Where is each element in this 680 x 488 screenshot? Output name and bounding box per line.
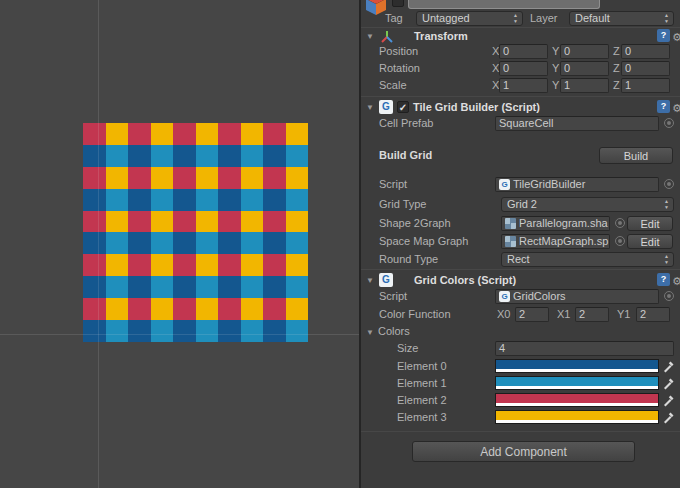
build-button[interactable]: Build	[599, 147, 673, 164]
space-map-object-field[interactable]: RectMapGraph.sp	[501, 234, 610, 249]
tile-cell	[286, 276, 309, 298]
tile-cell	[83, 123, 106, 145]
tile-cell	[241, 232, 264, 254]
x0-field[interactable]: 2	[515, 307, 549, 322]
axis-y-label: Y	[552, 78, 559, 93]
object-picker-icon[interactable]	[664, 179, 674, 189]
element-3-color-swatch[interactable]	[495, 410, 659, 424]
scale-z-field[interactable]: 1	[621, 78, 670, 93]
grid-colors-script-icon: G	[379, 273, 393, 287]
tile-grid-builder-enabled-checkbox[interactable]: ✓	[397, 101, 409, 113]
round-type-dropdown[interactable]: Rect ▲▼	[501, 252, 674, 267]
tile-cell	[218, 211, 241, 233]
grid-colors-foldout-arrow[interactable]: ▼	[366, 273, 374, 289]
gear-icon[interactable]: ⚙▼	[672, 100, 680, 114]
element-3-label: Element 3	[397, 410, 447, 425]
layer-dropdown[interactable]: Default ▲▼	[569, 11, 674, 26]
transform-title[interactable]: Transform	[414, 28, 468, 44]
tile-cell	[196, 298, 219, 320]
rotation-y-field[interactable]: 0	[560, 61, 609, 76]
transform-foldout-arrow[interactable]: ▼	[366, 29, 374, 45]
scale-x-field[interactable]: 1	[499, 78, 548, 93]
gameobject-active-checkbox[interactable]	[392, 0, 404, 7]
space-map-value: RectMapGraph.sp	[519, 235, 608, 248]
tile-grid-builder-script-icon: G	[379, 100, 393, 114]
help-icon[interactable]: ?	[657, 100, 670, 113]
gear-icon[interactable]: ⚙▼	[672, 273, 680, 287]
eyedropper-icon[interactable]	[662, 393, 676, 407]
tile-cell	[196, 211, 219, 233]
grid-colors-title[interactable]: Grid Colors (Script)	[414, 272, 516, 288]
eyedropper-icon[interactable]	[662, 376, 676, 390]
gameobject-name-field[interactable]	[408, 0, 600, 9]
grid-colors-script-object-field[interactable]: G GridColors	[495, 289, 659, 304]
round-type-label: Round Type	[379, 252, 438, 267]
position-x-field[interactable]: 0	[499, 44, 548, 59]
position-z-field[interactable]: 0	[621, 44, 670, 59]
tile-cell	[218, 254, 241, 276]
x1-field[interactable]: 2	[575, 307, 609, 322]
object-picker-icon[interactable]	[664, 118, 674, 128]
tile-cell	[263, 232, 286, 254]
tile-cell	[286, 298, 309, 320]
tile-cell	[151, 123, 174, 145]
tag-dropdown[interactable]: Untagged ▲▼	[416, 11, 523, 26]
script-file-icon: G	[499, 179, 510, 190]
tile-cell	[286, 254, 309, 276]
tile-cell	[83, 254, 106, 276]
tile-cell	[218, 189, 241, 211]
tile-cell	[151, 320, 174, 342]
scene-view[interactable]	[0, 0, 359, 488]
tile-cell	[218, 232, 241, 254]
object-picker-icon[interactable]	[615, 218, 625, 228]
tile-cell	[263, 123, 286, 145]
eyedropper-icon[interactable]	[662, 410, 676, 424]
object-picker-icon[interactable]	[615, 236, 625, 246]
script-object-field[interactable]: G TileGridBuilder	[495, 177, 659, 192]
space-map-edit-button[interactable]: Edit	[627, 234, 673, 249]
add-component-button[interactable]: Add Component	[412, 441, 635, 462]
y1-field[interactable]: 2	[636, 307, 670, 322]
layer-value: Default	[575, 12, 610, 24]
tile-grid-builder-foldout-arrow[interactable]: ▼	[366, 100, 374, 116]
element-2-color-swatch[interactable]	[495, 393, 659, 407]
shape-2graph-object-field[interactable]: Parallelogram.sha	[501, 216, 610, 231]
tile-cell	[196, 276, 219, 298]
rotation-z-field[interactable]: 0	[621, 61, 670, 76]
tile-grid-builder-title[interactable]: Tile Grid Builder (Script)	[413, 99, 540, 115]
axis-y-label: Y	[552, 44, 559, 59]
color-function-label: Color Function	[379, 307, 451, 322]
size-field[interactable]: 4	[495, 341, 674, 356]
scale-y-field[interactable]: 1	[560, 78, 609, 93]
colors-foldout-arrow[interactable]: ▼	[366, 325, 374, 341]
cell-prefab-object-field[interactable]: SquareCell	[495, 116, 659, 131]
tile-cell	[128, 320, 151, 342]
tile-cell	[263, 276, 286, 298]
rotation-x-field[interactable]: 0	[499, 61, 548, 76]
element-1-color-swatch[interactable]	[495, 376, 659, 390]
tile-cell	[218, 167, 241, 189]
script-file-icon: G	[499, 291, 510, 302]
tile-cell	[286, 145, 309, 167]
tile-cell	[241, 123, 264, 145]
tile-cell	[173, 254, 196, 276]
shape-edit-button[interactable]: Edit	[627, 216, 673, 231]
tile-cell	[263, 211, 286, 233]
object-picker-icon[interactable]	[664, 291, 674, 301]
inspector-panel: Tag Untagged ▲▼ Layer Default ▲▼ ▼ Trans…	[359, 0, 680, 488]
tile-cell	[218, 298, 241, 320]
tile-cell	[218, 320, 241, 342]
help-icon[interactable]: ?	[657, 29, 670, 42]
grid-type-dropdown[interactable]: Grid 2 ▲▼	[501, 197, 674, 212]
gear-icon[interactable]: ⚙▼	[672, 29, 680, 43]
position-y-field[interactable]: 0	[560, 44, 609, 59]
help-icon[interactable]: ?	[657, 273, 670, 286]
tile-cell	[173, 232, 196, 254]
tile-cell	[128, 276, 151, 298]
tile-cell	[151, 211, 174, 233]
eyedropper-icon[interactable]	[662, 359, 676, 373]
tile-cell	[106, 211, 129, 233]
dropdown-arrows-icon: ▲▼	[664, 13, 669, 24]
element-0-color-swatch[interactable]	[495, 359, 659, 373]
colors-label: Colors	[378, 324, 410, 339]
